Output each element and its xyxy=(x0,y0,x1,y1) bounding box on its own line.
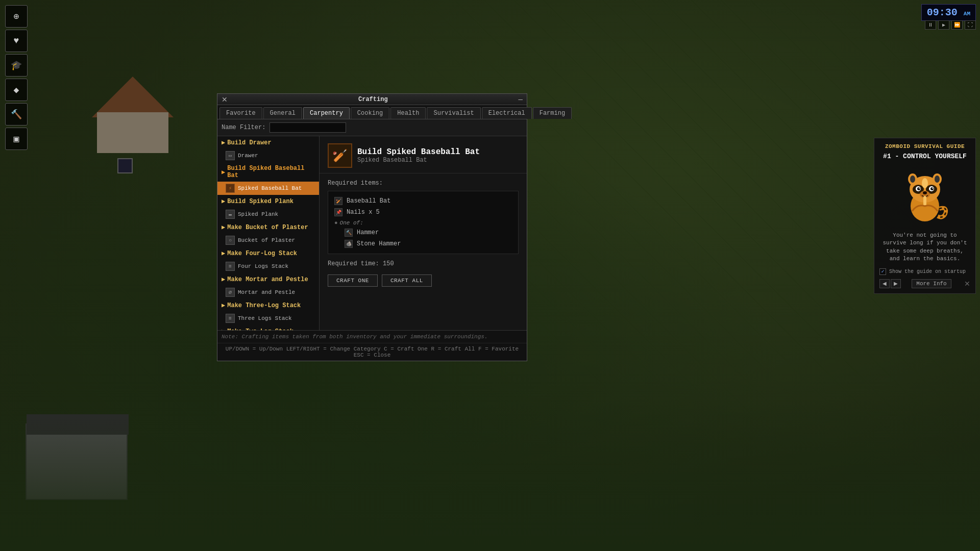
play-btn[interactable]: ▶ xyxy=(938,20,949,30)
recipe-group-header-plank[interactable]: ▶ Build Spiked Plank xyxy=(217,195,319,208)
guide-checkbox-label: Show the guide on startup xyxy=(889,269,966,274)
clock-suffix: AM xyxy=(964,11,970,17)
recipe-group-fourlog: ▶ Make Four-Log Stack ≡ Four Logs Stack xyxy=(217,247,319,273)
crafting-footer: Note: Crafting items taken from both inv… xyxy=(217,330,527,343)
hud-icons: ⊕ ♥ 🎓 ◆ 🔨 ▣ xyxy=(5,5,28,150)
recipe-list[interactable]: ▶ Build Drawer ▭ Drawer ▶ Build Spiked B… xyxy=(217,136,320,330)
svg-point-16 xyxy=(922,178,928,188)
group-arrow-fourlog: ▶ xyxy=(222,249,225,257)
recipe-item-fourlog[interactable]: ≡ Four Logs Stack xyxy=(217,260,319,273)
svg-point-4 xyxy=(910,176,915,183)
hammer-label: Hammer xyxy=(357,229,379,236)
group-label-plank: Build Spiked Plank xyxy=(227,198,293,205)
name-filter-row: Name Filter: xyxy=(217,119,527,136)
guide-close-button[interactable]: ✕ xyxy=(964,280,970,288)
shed-wall xyxy=(97,112,168,153)
recipe-item-plaster[interactable]: ○ Bucket of Plaster xyxy=(217,234,319,247)
ingredients-box: 🏏 Baseball Bat 📌 Nails x 5 ● One of: xyxy=(328,191,519,254)
baseball-bat-icon: 🏏 xyxy=(334,197,342,205)
recipe-group-header-bat[interactable]: ▶ Build Spiked Baseball Bat xyxy=(217,162,319,182)
nails-icon: 📌 xyxy=(334,208,342,216)
guide-next-button[interactable]: ▶ xyxy=(891,279,901,288)
recipe-detail-name: Build Spiked Baseball Bat xyxy=(357,147,480,157)
craft-all-button[interactable]: CRAFT ALL xyxy=(382,274,432,287)
crafting-body: ▶ Build Drawer ▭ Drawer ▶ Build Spiked B… xyxy=(217,136,527,330)
ingredient-hammer: 🔨 Hammer xyxy=(334,227,512,238)
expand-btn[interactable]: ⛶ xyxy=(965,20,976,30)
group-arrow-plank: ▶ xyxy=(222,197,225,205)
svg-point-11 xyxy=(930,187,934,190)
group-label-fourlog: Make Four-Log Stack xyxy=(227,250,297,257)
recipe-group-header-fourlog[interactable]: ▶ Make Four-Log Stack xyxy=(217,247,319,260)
crafting-window: ✕ Crafting — Favorite General Carpentry … xyxy=(217,93,527,361)
guide-checkbox-row: ✓ Show the guide on startup xyxy=(879,268,970,275)
fast-forward-btn[interactable]: ⏩ xyxy=(951,20,963,30)
tab-cooking[interactable]: Cooking xyxy=(351,107,389,119)
guide-title: ZOMBOID SURVIVAL GUIDE xyxy=(879,143,970,149)
spiked-plank-label: Spiked Plank xyxy=(238,211,278,217)
recipe-detail-subtitle: Spiked Baseball Bat xyxy=(357,157,480,164)
tab-electrical[interactable]: Electrical xyxy=(482,107,532,119)
guide-prev-button[interactable]: ◀ xyxy=(879,279,890,288)
tab-favorite[interactable]: Favorite xyxy=(219,107,262,119)
hotkeys-text: UP/DOWN = Up/Down LEFT/RIGHT = Change Ca… xyxy=(226,346,519,358)
svg-point-12 xyxy=(919,188,920,189)
clock-time: 09:30 xyxy=(927,7,958,18)
svg-rect-17 xyxy=(923,196,926,206)
guide-nav-buttons: ◀ ▶ xyxy=(879,279,901,288)
tab-general[interactable]: General xyxy=(263,107,302,119)
skills-hud-icon[interactable]: 🎓 xyxy=(5,54,28,77)
one-of-text: One of: xyxy=(340,220,363,226)
group-arrow: ▶ xyxy=(222,139,225,146)
mortar-label: Mortar and Pestle xyxy=(238,289,295,295)
tab-survivalist[interactable]: Survivalist xyxy=(427,107,480,119)
recipe-group-header-twolog[interactable]: ▶ Make Two-Log Stack xyxy=(217,325,319,330)
craft-hud-icon[interactable]: 🔨 xyxy=(5,103,28,126)
spiked-plank-icon: ▬ xyxy=(226,210,235,219)
recipe-item-mortar[interactable]: ⌀ Mortar and Pestle xyxy=(217,286,319,299)
spiked-bat-icon: ⚡ xyxy=(226,184,235,193)
group-label-plaster: Make Bucket of Plaster xyxy=(227,224,308,231)
group-arrow-bat: ▶ xyxy=(222,168,225,176)
shed-roof xyxy=(92,77,174,117)
required-items-label: Required items: xyxy=(328,180,519,187)
group-arrow-mortar: ▶ xyxy=(222,276,225,283)
recipe-group-mortar: ▶ Make Mortar and Pestle ⌀ Mortar and Pe… xyxy=(217,273,319,299)
drawer-label: Drawer xyxy=(238,153,258,159)
threelog-label: Three Logs Stack xyxy=(238,315,292,321)
shed-building xyxy=(87,71,179,153)
ingredient-nails: 📌 Nails x 5 xyxy=(334,207,512,218)
guide-more-info-button[interactable]: More Info xyxy=(912,279,951,288)
baseball-bat-label: Baseball Bat xyxy=(347,197,390,205)
group-label-bat: Build Spiked Baseball Bat xyxy=(227,165,315,179)
health-hud-icon[interactable]: ♥ xyxy=(5,30,28,52)
tab-health[interactable]: Health xyxy=(390,107,426,119)
character-hud-icon[interactable]: ◆ xyxy=(5,79,28,101)
group-label-mortar: Make Mortar and Pestle xyxy=(227,276,308,283)
recipe-group-header-drawer[interactable]: ▶ Build Drawer xyxy=(217,136,319,149)
inventory-hud-icon[interactable]: ▣ xyxy=(5,128,28,150)
plaster-icon: ○ xyxy=(226,236,235,245)
recipe-item-spiked-bat[interactable]: ⚡ Spiked Baseball Bat xyxy=(217,182,319,195)
guide-show-startup-checkbox[interactable]: ✓ xyxy=(879,268,886,275)
status-hud-icon[interactable]: ⊕ xyxy=(5,5,28,28)
tab-farming[interactable]: Farming xyxy=(533,107,572,119)
recipe-group-header-threelog[interactable]: ▶ Make Three-Log Stack xyxy=(217,299,319,312)
pause-btn[interactable]: ⏸ xyxy=(925,20,936,30)
recipe-group-header-mortar[interactable]: ▶ Make Mortar and Pestle xyxy=(217,273,319,286)
required-time-label: Required time: xyxy=(328,260,379,267)
recipe-item-spiked-plank[interactable]: ▬ Spiked Plank xyxy=(217,208,319,221)
crafting-titlebar: ✕ Crafting — xyxy=(217,94,527,105)
recipe-group-plaster: ▶ Make Bucket of Plaster ○ Bucket of Pla… xyxy=(217,221,319,247)
recipe-group-header-plaster[interactable]: ▶ Make Bucket of Plaster xyxy=(217,221,319,234)
tab-carpentry[interactable]: Carpentry xyxy=(303,107,350,119)
window-min-button[interactable]: — xyxy=(519,95,523,104)
recipe-item-drawer[interactable]: ▭ Drawer xyxy=(217,149,319,162)
ingredient-baseball-bat: 🏏 Baseball Bat xyxy=(334,195,512,207)
name-filter-input[interactable] xyxy=(270,122,346,133)
crafting-hotkeys: UP/DOWN = Up/Down LEFT/RIGHT = Change Ca… xyxy=(217,343,527,361)
window-close-button[interactable]: ✕ xyxy=(222,96,228,103)
clock-display: 09:30 AM xyxy=(921,4,976,21)
craft-one-button[interactable]: CRAFT ONE xyxy=(328,274,378,287)
recipe-item-threelog[interactable]: ≡ Three Logs Stack xyxy=(217,312,319,325)
